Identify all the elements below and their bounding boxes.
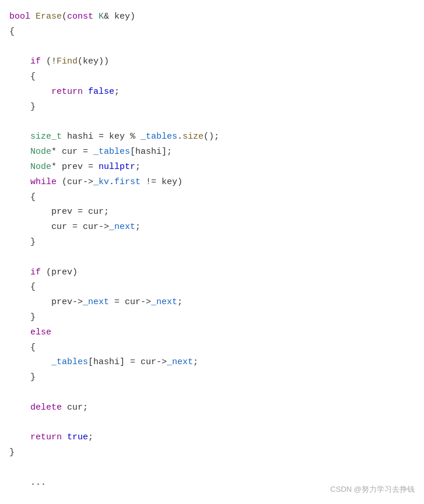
type-sizet: size_t: [30, 132, 62, 142]
line-20: prev->_next = cur->_next;: [9, 297, 183, 307]
member-next-1: _next: [109, 222, 135, 232]
member-next-4: _next: [167, 357, 193, 367]
kw-while: while: [30, 177, 57, 187]
member-next-3: _next: [151, 297, 177, 307]
kw-if-1: if: [30, 57, 41, 66]
lit-nullptr: nullptr: [99, 162, 135, 172]
line-32: ...: [9, 478, 46, 488]
kw-else: else: [30, 327, 51, 337]
line-29: return true;: [9, 432, 93, 442]
line-6: return false;: [9, 87, 120, 97]
lit-false: false: [88, 87, 114, 97]
paren-open: (: [62, 12, 67, 22]
line-10: Node* cur = _tables[hashi];: [9, 147, 172, 157]
line-21: }: [9, 312, 36, 322]
line-5: {: [9, 72, 36, 82]
code-block: bool Erase(const K& key) { if (!Find(key…: [0, 0, 424, 504]
line-11: Node* prev = nullptr;: [9, 162, 141, 172]
member-next-2: _next: [83, 297, 109, 307]
member-tables-1: _tables: [141, 132, 177, 142]
line-27: delete cur;: [9, 403, 88, 413]
kw-const: const: [67, 12, 93, 22]
fn-size: size: [183, 132, 204, 142]
member-tables-2: _tables: [93, 147, 130, 157]
line-30: }: [9, 447, 15, 457]
line-23: {: [9, 343, 36, 353]
member-tables-3: _tables: [51, 357, 88, 367]
amp: & key): [104, 12, 135, 22]
line-2: {: [9, 27, 15, 37]
line-12: while (cur->_kv.first != key): [9, 177, 183, 187]
kw-bool: bool: [9, 12, 30, 22]
line-24: _tables[hashi] = cur->_next;: [9, 357, 198, 367]
kw-delete: delete: [30, 403, 62, 413]
kw-if-2: if: [30, 267, 41, 277]
lit-true: true: [67, 432, 88, 442]
line-16: }: [9, 237, 36, 247]
member-kv: _kv: [93, 177, 109, 187]
line-15: cur = cur->_next;: [9, 222, 141, 232]
line-14: prev = cur;: [9, 207, 109, 217]
line-19: {: [9, 282, 36, 292]
line-4: if (!Find(key)): [9, 57, 109, 66]
line-25: }: [9, 372, 36, 382]
fn-erase: Erase: [36, 12, 62, 22]
type-K: K: [99, 12, 104, 22]
watermark: CSDN @努力学习去挣钱: [330, 484, 415, 496]
member-first: first: [114, 177, 141, 187]
line-1: bool Erase(const K& key): [9, 12, 135, 22]
line-18: if (prev): [9, 267, 78, 277]
line-22: else: [9, 327, 51, 337]
line-9: size_t hashi = key % _tables.size();: [9, 132, 219, 142]
type-node-1: Node: [30, 147, 51, 157]
line-13: {: [9, 192, 36, 202]
fn-find: Find: [57, 57, 78, 66]
kw-return-1: return: [51, 87, 83, 97]
type-node-2: Node: [30, 162, 51, 172]
line-7: }: [9, 102, 36, 112]
kw-return-2: return: [30, 432, 62, 442]
